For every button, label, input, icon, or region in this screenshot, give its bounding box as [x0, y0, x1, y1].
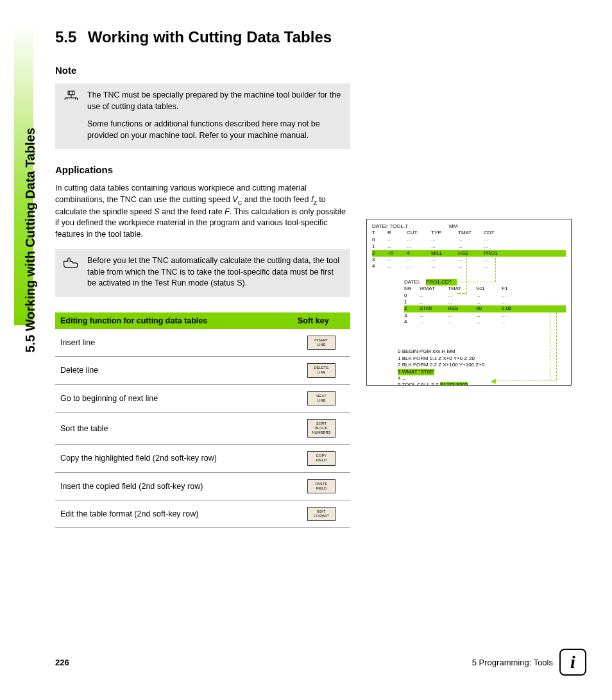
- softkey-delete-line[interactable]: DELETE LINE: [307, 363, 336, 377]
- tip-paragraph: Before you let the TNC automatically cal…: [87, 255, 343, 289]
- footer: 226 5 Programming: Tools i: [55, 649, 586, 676]
- softkey-paste-field[interactable]: PASTE FIELD: [307, 479, 336, 493]
- applications-body: In cutting data tables containing variou…: [55, 183, 350, 240]
- softkey-next-line[interactable]: NEXT LINE: [307, 391, 336, 405]
- softkey-insert-line[interactable]: INSERT LINE: [307, 336, 336, 350]
- table-row: Insert lineINSERT LINE: [55, 329, 350, 357]
- table-row: Copy the highlighted field (2nd soft-key…: [55, 445, 350, 472]
- page-number: 226: [55, 658, 69, 667]
- table-row: Go to beginning of next lineNEXT LINE: [55, 384, 350, 412]
- col-softkey: Soft key: [293, 312, 350, 329]
- info-icon: i: [559, 649, 586, 676]
- table-row: Delete lineDELETE LINE: [55, 357, 350, 384]
- svg-rect-0: [68, 91, 74, 95]
- applications-heading: Applications: [55, 164, 567, 175]
- note-paragraph-2: Some functions or additional functions d…: [87, 119, 343, 141]
- note-paragraph-1: The TNC must be specially prepared by th…: [87, 90, 343, 112]
- col-function: Editing function for cutting data tables: [55, 312, 293, 329]
- softkey-sort[interactable]: SORT BLOCK NUMBERS: [307, 419, 336, 438]
- note-box: The TNC must be specially prepared by th…: [55, 83, 350, 149]
- side-tab: 5.5 Working with Cutting Data Tables: [14, 24, 33, 325]
- softkey-edit-format[interactable]: EDIT FORMAT: [307, 507, 336, 521]
- highlight-row-top: 2+54MILLHSSPRO1: [372, 250, 566, 257]
- highlight-row-mid: 2ST65HSS400.06: [404, 305, 566, 312]
- section-title-text: Working with Cutting Data Tables: [88, 28, 332, 46]
- softkey-copy-field[interactable]: COPY FIELD: [307, 451, 336, 465]
- tool-icon: [62, 89, 81, 108]
- table-row: Edit the table format (2nd soft-key row)…: [55, 500, 350, 527]
- tip-box: Before you let the TNC automatically cal…: [55, 249, 350, 297]
- section-number: 5.5: [55, 29, 83, 46]
- section-title: 5.5 Working with Cutting Data Tables: [55, 29, 567, 46]
- table-row: Sort the tableSORT BLOCK NUMBERS: [55, 412, 350, 444]
- note-heading: Note: [55, 65, 567, 76]
- diagram-box: DATEI: TOOL.TMM T R CUT. TYP TMAT CDT 0.…: [366, 219, 572, 386]
- side-tab-label: 5.5 Working with Cutting Data Tables: [23, 51, 38, 353]
- editing-functions-table: Editing function for cutting data tables…: [55, 312, 350, 528]
- hand-icon: [62, 254, 81, 273]
- chapter-label: 5 Programming: Tools: [472, 658, 553, 667]
- table-row: Insert the copied field (2nd soft-key ro…: [55, 472, 350, 500]
